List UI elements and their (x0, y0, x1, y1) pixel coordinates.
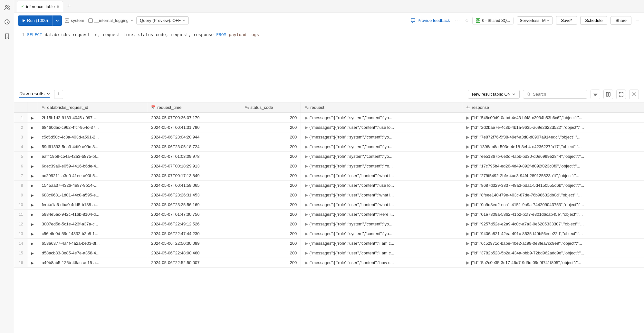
cell-expand[interactable]: ▶ (27, 210, 38, 219)
star-button[interactable]: ☆ (465, 17, 469, 24)
feedback-button[interactable]: Provide feedback (410, 18, 450, 23)
fullscreen-button[interactable] (616, 90, 626, 99)
table-row: 7 ▶ ac299211-a3e0-41ee-a00f-5... 2024-05… (14, 171, 644, 181)
run-dropdown-arrow[interactable] (53, 15, 62, 26)
search-input[interactable] (533, 92, 581, 97)
filter-button[interactable] (591, 90, 600, 99)
col-icon-4: Ac (305, 105, 309, 110)
col-header-request[interactable]: Ac request (301, 102, 462, 113)
table-row: 12 ▶ 3007ed5d-5c1e-423f-a37a-c... 2024-0… (14, 219, 644, 229)
tab-check-icon: ✓ (21, 4, 24, 9)
raw-results-tab[interactable]: Raw results (19, 91, 50, 98)
columns-button[interactable] (603, 90, 613, 99)
share-button[interactable]: Share (610, 16, 631, 25)
cell-request-time: 2024-05-06T22:49:12.526 (147, 219, 241, 229)
new-result-table-label: New result table: ON (472, 92, 511, 97)
svg-rect-4 (89, 19, 92, 23)
cell-rownum: 2 (14, 123, 27, 132)
collapse-button[interactable]: – (635, 16, 640, 25)
table-row: 6 ▶ 6dec39a9-e059-4416-b6de-4... 2024-05… (14, 161, 644, 171)
col-label-1: databricks_request_id (47, 105, 88, 110)
cell-expand[interactable]: ▶ (27, 200, 38, 210)
more-options-button[interactable]: ⋯ (453, 16, 461, 25)
cell-request-id: 6dec39a9-e059-4416-b6de-4... (38, 161, 147, 171)
cell-status-code: 200 (241, 219, 301, 229)
query-text-1: SELECT databricks_request_id, request_ti… (27, 32, 259, 37)
cell-expand[interactable]: ▶ (27, 239, 38, 248)
cell-request-time: 2024-05-06T22:47:44.230 (147, 229, 241, 239)
tab-add-button[interactable]: + (64, 2, 73, 11)
feedback-label: Provide feedback (418, 18, 450, 23)
col-header-status-code[interactable]: A3 status_code (241, 102, 301, 113)
results-table-container: Ac databricks_request_id 📅 request_time (14, 102, 644, 333)
col-icon-2: 📅 (151, 105, 156, 109)
cell-response: ▶{"id":"0a9d8ed2-eca1-4151-9a9a-74420904… (462, 200, 644, 210)
breadcrumb-system[interactable]: system (71, 18, 84, 23)
run-button[interactable]: Run (1000) (18, 15, 53, 26)
col-header-databricks-request-id[interactable]: Ac databricks_request_id (38, 102, 147, 113)
cell-expand[interactable]: ▶ (27, 190, 38, 200)
schedule-button[interactable]: Schedule (580, 16, 607, 25)
cell-rownum: 11 (14, 210, 27, 219)
cell-request: ▶{"messages":[{"role":"user","content":"… (301, 181, 462, 190)
cell-expand[interactable]: ▶ (27, 181, 38, 190)
cell-request-id: 2b15b1d2-9133-4045-a097-... (38, 113, 147, 123)
cell-expand[interactable]: ▶ (27, 258, 38, 268)
cell-expand[interactable]: ▶ (27, 248, 38, 258)
serverless-select[interactable]: Serverless M (517, 16, 553, 24)
svg-point-6 (527, 93, 530, 95)
new-result-table-button[interactable]: New result table: ON (468, 90, 520, 99)
cell-rownum: 10 (14, 200, 27, 210)
cell-rownum: 1 (14, 113, 27, 123)
sidebar (0, 0, 14, 333)
cell-expand[interactable]: ▶ (27, 123, 38, 132)
results-area: Raw results + New result table: ON (14, 86, 644, 333)
query-preview-button[interactable]: Query (Preview): OFF (136, 16, 189, 24)
cell-rownum: 4 (14, 142, 27, 152)
col-label-2: request_time (157, 105, 181, 110)
cell-expand[interactable]: ▶ (27, 152, 38, 161)
sidebar-icon-bookmark[interactable] (3, 32, 11, 40)
sidebar-icon-history[interactable] (3, 18, 11, 26)
query-editor[interactable]: 1 SELECT databricks_request_id, request_… (14, 28, 644, 86)
col-label-4: request (310, 105, 324, 110)
cell-expand[interactable]: ▶ (27, 142, 38, 152)
breadcrumb-logging[interactable]: __internal_logging (94, 18, 129, 23)
cell-expand[interactable]: ▶ (27, 229, 38, 239)
cell-request-id: 653a6377-4a4f-4a2a-be03-3f... (38, 239, 147, 248)
cell-rownum: 7 (14, 171, 27, 181)
cell-request-id: ac299211-a3e0-41ee-a00f-5... (38, 171, 147, 181)
cell-request-time: 2024-05-07T00:18:29.913 (147, 161, 241, 171)
col-header-expand (27, 102, 38, 113)
search-box (523, 90, 587, 99)
cell-request-time: 2024-05-07T01:47:30.756 (147, 210, 241, 219)
col-header-response[interactable]: Ac response (462, 102, 644, 113)
cell-response: ▶{"id":"ee51867b-6e0d-4abb-bd30-d0e6999e… (462, 152, 644, 161)
col-header-request-time[interactable]: 📅 request_time (147, 102, 241, 113)
svg-rect-8 (609, 92, 610, 96)
cell-request-time: 2024-05-07T01:03:09.978 (147, 152, 241, 161)
cell-request-id: 688c6681-1d01-44c0-a595-e... (38, 190, 147, 200)
tab-inference-table[interactable]: ✓ inference_table (17, 1, 63, 12)
raw-results-label: Raw results (19, 91, 44, 96)
cell-expand[interactable]: ▶ (27, 171, 38, 181)
cell-expand[interactable]: ▶ (27, 132, 38, 142)
table-row: 9 ▶ 688c6681-1d01-44c0-a595-e... 2024-05… (14, 190, 644, 200)
sidebar-icon-people[interactable] (3, 4, 11, 12)
cell-expand[interactable]: ▶ (27, 161, 38, 171)
cell-request-id: d58acb83-3e85-4e7e-a358-4... (38, 248, 147, 258)
cell-status-code: 200 (241, 113, 301, 123)
cell-status-code: 200 (241, 200, 301, 210)
col-icon-1: Ac (42, 105, 46, 110)
results-add-button[interactable]: + (54, 90, 63, 99)
cell-request-id: 3007ed5d-5c1e-423f-a37a-c... (38, 219, 147, 229)
cell-response: ▶{"id":"8687d329-3837-48a3-bda1-5d415055… (462, 181, 644, 190)
save-button[interactable]: Save* (556, 16, 577, 25)
cell-expand[interactable]: ▶ (27, 113, 38, 123)
close-button[interactable] (629, 90, 639, 99)
cell-expand[interactable]: ▶ (27, 219, 38, 229)
cell-rownum: 8 (14, 181, 27, 190)
results-toolbar-right: New result table: ON (468, 90, 639, 99)
cell-request: ▶{"messages":[{"role":"system","content"… (301, 219, 462, 229)
cell-status-code: 200 (241, 239, 301, 248)
